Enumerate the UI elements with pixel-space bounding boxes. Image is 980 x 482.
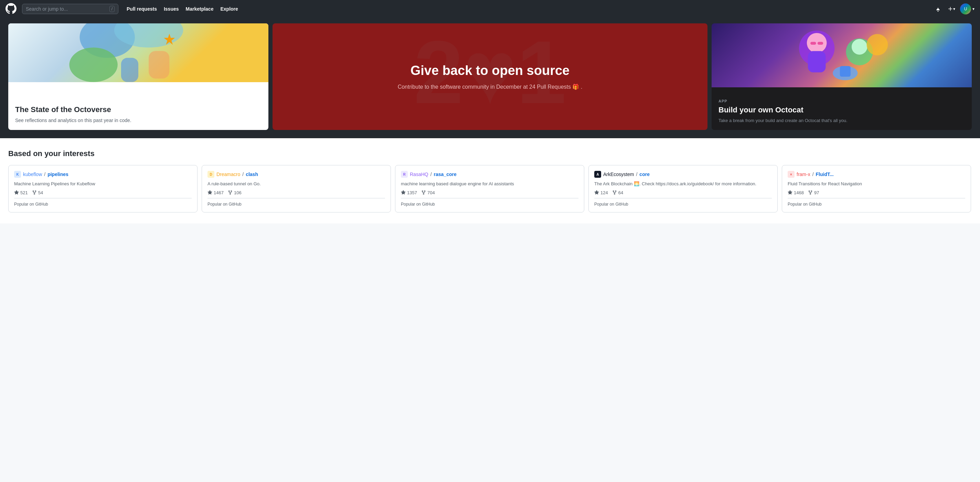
svg-point-12 [852,39,867,54]
repo-description: A rule-based tunnel on Go. [207,181,385,187]
svg-rect-3 [149,51,169,78]
search-slash-key: / [110,6,115,12]
repo-forks: 704 [421,190,435,195]
svg-point-7 [807,33,827,53]
hero-left-title: The State of the Octoverse [15,105,261,115]
nav-explore[interactable]: Explore [218,4,240,14]
repo-card[interactable]: A ArkEcosystem / core The Ark Blockchain… [589,165,778,212]
repo-owner-link[interactable]: ArkEcosystem [603,171,634,177]
nav-marketplace[interactable]: Marketplace [183,4,216,14]
svg-point-13 [867,34,888,55]
repo-footer-label: Popular on GitHub [14,198,192,207]
navbar: / Pull requests Issues Marketplace Explo… [0,0,980,18]
repo-description: machine learning based dialogue engine f… [401,181,578,187]
repo-forks: 106 [228,190,242,195]
app-badge: APP [719,99,965,103]
repo-description: Fluid Transitions for React Navigation [788,181,965,187]
repo-stars: 1468 [788,190,804,195]
repo-stats: 1468 97 [788,190,965,195]
search-input[interactable] [26,6,107,12]
repo-description: The Ark Blockchain 🌅. Check https://docs… [594,181,772,187]
repo-description: Machine Learning Pipelines for Kubeflow [14,181,192,187]
hero-right-content: APP Build your own Octocat Take a break … [719,99,965,123]
repo-card-header: R RasaHQ / rasa_core [401,171,578,178]
repo-owner-link[interactable]: kubeflow [23,171,42,177]
repo-stars: 1357 [401,190,417,195]
svg-rect-10 [818,42,823,45]
repo-forks: 97 [808,190,819,195]
hero-card-octoverse[interactable]: The State of the Octoverse See reflectio… [8,24,269,130]
repo-footer-label: Popular on GitHub [401,198,578,207]
repo-separator: / [636,171,637,177]
repo-footer-label: Popular on GitHub [594,198,772,207]
repo-stats: 1467 106 [207,190,385,195]
svg-rect-9 [810,42,816,45]
repo-card[interactable]: D Dreamacro / clash A rule-based tunnel … [202,165,391,212]
repo-avatar: D [207,171,215,178]
hero-center-content: Give back to open source Contribute to t… [398,63,582,90]
repo-separator: / [242,171,243,177]
create-button[interactable]: ▾ [946,4,957,14]
repo-card[interactable]: R RasaHQ / rasa_core machine learning ba… [395,165,584,212]
repo-name-link[interactable]: FluidT... [816,171,834,177]
interests-title: Based on your interests [8,149,972,158]
repo-stars: 1467 [207,190,224,195]
hero-right-title: Build your own Octocat [719,105,965,115]
repo-avatar: × [788,171,794,178]
user-menu-button[interactable]: U ▾ [960,3,975,14]
repo-stars: 521 [14,190,28,195]
search-bar[interactable]: / [22,4,118,14]
repo-owner-link[interactable]: Dreamacro [216,171,240,177]
repo-card-header: × fram-x / FluidT... [788,171,965,178]
hero-left-description: See reflections and analytics on this pa… [15,117,261,123]
hero-left-content: The State of the Octoverse See reflectio… [15,105,261,123]
repo-name-link[interactable]: core [640,171,650,177]
chevron-down-icon: ▾ [972,6,975,11]
repo-card[interactable]: K kubeflow / pipelines Machine Learning … [8,165,197,212]
repo-separator: / [44,171,45,177]
navbar-right: ▾ U ▾ [933,3,975,14]
repo-separator: / [813,171,814,177]
svg-rect-8 [808,51,826,73]
repo-owner-link[interactable]: RasaHQ [410,171,428,177]
hero-section: The State of the Octoverse See reflectio… [0,18,980,138]
github-logo[interactable] [5,3,16,15]
repo-footer-label: Popular on GitHub [207,198,385,207]
repo-avatar: A [594,171,601,178]
notifications-button[interactable] [933,4,943,14]
repo-cards-container: K kubeflow / pipelines Machine Learning … [8,165,972,212]
repo-name-link[interactable]: rasa_core [434,171,457,177]
repo-stats: 521 54 [14,190,192,195]
repo-avatar: R [401,171,408,178]
repo-footer-label: Popular on GitHub [788,198,965,207]
repo-forks: 64 [612,190,623,195]
hero-center-title: Give back to open source [398,63,582,78]
repo-card-header: D Dreamacro / clash [207,171,385,178]
repo-stats: 1357 704 [401,190,578,195]
repo-name-link[interactable]: clash [246,171,258,177]
hero-right-description: Take a break from your build and create … [719,118,965,123]
hero-card-octocat[interactable]: APP Build your own Octocat Take a break … [711,24,972,130]
repo-card[interactable]: × fram-x / FluidT... Fluid Transitions f… [782,165,971,212]
interests-section: Based on your interests K kubeflow / pip… [0,138,980,224]
repo-owner-link[interactable]: fram-x [797,171,810,177]
hero-card-open-source[interactable]: 2♥1 Give back to open source Contribute … [272,24,708,130]
repo-separator: / [431,171,432,177]
main-nav: Pull requests Issues Marketplace Explore [124,4,241,14]
svg-rect-4 [121,58,138,82]
repo-card-header: A ArkEcosystem / core [594,171,772,178]
repo-stats: 124 64 [594,190,772,195]
repo-stars: 124 [594,190,608,195]
hero-center-description: Contribute to the software community in … [398,84,582,90]
repo-card-header: K kubeflow / pipelines [14,171,192,178]
nav-issues[interactable]: Issues [161,4,182,14]
nav-pull-requests[interactable]: Pull requests [124,4,160,14]
repo-avatar: K [14,171,21,178]
svg-rect-15 [840,66,851,77]
svg-point-2 [69,48,117,82]
hero-right-illustration [711,24,972,87]
hero-left-illustration [8,24,269,82]
avatar: U [960,3,971,14]
repo-name-link[interactable]: pipelines [48,171,68,177]
repo-forks: 54 [32,190,43,195]
